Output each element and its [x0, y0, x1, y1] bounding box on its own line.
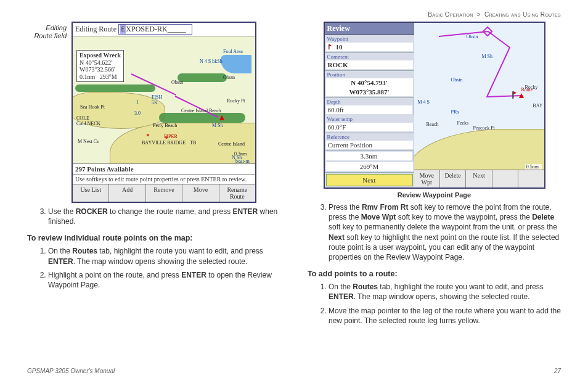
softkey-add[interactable]: Add — [109, 184, 145, 202]
editing-route-map[interactable]: Exposed Wreck N 40°54.622' W073°32.566' … — [73, 36, 255, 163]
map-label: PRs — [451, 109, 459, 115]
deep-shape — [221, 55, 251, 73]
map-label: Beach — [427, 121, 439, 127]
map-label: FISH 5K — [152, 94, 162, 105]
comment-value: ROCK — [328, 61, 348, 68]
waypoint-field[interactable]: 10 — [326, 43, 413, 51]
review-map[interactable]: Obstn M Sh Obstn Rocky M 4 S BAY PRs Pea… — [414, 23, 544, 187]
softkey-blank[interactable] — [518, 170, 544, 187]
reference-field[interactable]: Current Position — [326, 141, 413, 149]
figure-callout: Editing Route field — [27, 22, 67, 39]
temp-field[interactable]: 60.0°F — [326, 123, 413, 131]
hint-text: Use softkeys to edit route point propert… — [73, 174, 255, 184]
waypoint-label: Waypoint — [325, 35, 414, 42]
route-name-first-char: E — [120, 25, 126, 34]
right-step-3: Press the Rmv From Rt soft key to remove… — [329, 202, 561, 262]
depth-field[interactable]: 60.0ft — [326, 105, 412, 114]
right-add-1: On the Routes tab, highlight the route y… — [329, 282, 561, 302]
softkey-use-list[interactable]: Use List — [73, 184, 109, 202]
breadcrumb-b: Creating and Using Routes — [484, 11, 561, 18]
map-label: Centre Island Beach — [181, 108, 221, 113]
review-title: Review — [325, 23, 414, 35]
route-name-rest: XPOSED-RK_____ — [126, 25, 186, 33]
left-column: Editing Route field Editing Route EXPOSE… — [27, 22, 280, 333]
map-label: Foul Area — [223, 49, 243, 54]
route-overlay — [414, 23, 544, 165]
map-info-box: Exposed Wreck N 40°54.622' W073°32.566' … — [76, 50, 124, 82]
map-label: 1 — [136, 99, 139, 105]
map-label: BAYVILLE BRIDGE — [142, 140, 186, 146]
right-subhead: To add points to a route: — [308, 270, 561, 278]
bearing-field: 269°M — [326, 162, 413, 171]
map-label: 0.3nm — [234, 151, 247, 157]
review-waypoint-panel: Review Waypoint 10 Comment ROCK Position — [324, 22, 545, 189]
right-list-add: On the Routes tab, highlight the route y… — [329, 282, 561, 326]
shoal-shape — [159, 113, 245, 123]
map-label: N 4 S bkSh — [200, 59, 223, 64]
position-lat: N 40°54.793' — [351, 79, 387, 86]
position-field[interactable]: N 40°54.793' W073°35.887' — [326, 78, 413, 96]
map-label: Peacock Pt — [473, 125, 495, 131]
map-info-lon: W073°32.566' — [80, 66, 115, 73]
right-add-2: Move the map pointer to the leg of the r… — [329, 306, 561, 326]
softkey-bar: Use List Add Remove Move Rename Route — [73, 184, 255, 202]
left-step-3: Use the ROCKER to change the route name,… — [48, 207, 280, 226]
shoal-shape — [178, 73, 227, 82]
map-label: boat-m — [235, 159, 250, 163]
left-subhead: To review individual route points on the… — [27, 234, 280, 242]
map-label: COLE Cold NECK — [76, 115, 100, 126]
left-review-2: Highlight a point on the route, and pres… — [48, 270, 280, 290]
figure-caption: Review Waypoint Page — [398, 191, 471, 199]
svg-rect-0 — [328, 44, 329, 49]
map-scale-dist: 0.5nm — [526, 164, 539, 170]
position-lon: W073°35.887' — [349, 88, 389, 96]
figure-editing-route: Editing Route field Editing Route EXPOSE… — [27, 22, 280, 203]
map-label: Centre Island — [218, 141, 245, 147]
left-list-review: On the Routes tab, highlight the route y… — [48, 246, 280, 290]
comment-label: Comment — [325, 53, 414, 60]
figure-callout-l1: Editing — [46, 24, 67, 31]
map-info-brg: 293°M — [100, 73, 117, 80]
map-label: Ferry Beach — [153, 123, 177, 128]
map-label: M 4 S — [418, 99, 430, 105]
softkey-remove[interactable]: Remove — [146, 184, 182, 202]
points-available-text: 297 Points Available — [75, 165, 134, 173]
waypoint-value: 10 — [336, 43, 343, 51]
shoal-shape — [75, 84, 155, 92]
distance-field: 3.3nm — [326, 152, 412, 160]
map-label: Obstn — [223, 75, 235, 80]
right-column: Review Waypoint 10 Comment ROCK Position — [308, 22, 561, 333]
map-label: Obstn — [171, 80, 183, 85]
points-available: 297 Points Available — [73, 163, 255, 174]
softkey-rename-route[interactable]: Rename Route — [219, 184, 255, 202]
editing-route-panel: Editing Route EXPOSED-RK_____ Exposed Wr… — [71, 22, 256, 203]
map-label: Rocky Pt — [227, 98, 245, 104]
footer-manual-title: GPSMAP 3205 Owner's Manual — [27, 368, 115, 374]
editing-route-title-prefix: Editing Route — [75, 25, 116, 33]
softkey-next[interactable]: Next — [466, 170, 492, 187]
figure-callout-l2: Route field — [34, 32, 67, 39]
svg-rect-2 — [512, 91, 513, 99]
comment-field[interactable]: ROCK — [326, 60, 413, 69]
figure-review-waypoint: Review Waypoint 10 Comment ROCK Position — [308, 22, 561, 199]
map-label: M Sh — [482, 54, 493, 59]
map-label: Route — [521, 87, 533, 93]
map-info-name: Exposed Wreck — [80, 52, 121, 59]
editing-route-title-row: Editing Route EXPOSED-RK_____ — [73, 23, 255, 36]
softkey-delete[interactable]: Delete — [440, 170, 466, 187]
map-label: Sea Hook Pt — [80, 104, 105, 110]
breadcrumb-sep: > — [477, 11, 481, 18]
next-button[interactable]: Next — [326, 174, 413, 186]
map-label: 3.0 — [134, 110, 141, 116]
breadcrumb: Basic Operation > Creating and Using Rou… — [27, 11, 561, 18]
route-name-field[interactable]: EXPOSED-RK_____ — [118, 24, 192, 35]
softkey-blank[interactable] — [492, 170, 518, 187]
map-label: TB — [190, 140, 196, 146]
boat-icon — [219, 115, 224, 120]
map-label: PIPER — [164, 134, 178, 139]
map-info-lat: N 40°54.622' — [80, 59, 112, 66]
softkey-move-wpt[interactable]: Move Wpt — [414, 170, 440, 187]
softkey-move[interactable]: Move — [182, 184, 219, 202]
breadcrumb-a: Basic Operation — [428, 11, 473, 18]
map-label: Obstn — [467, 34, 478, 39]
